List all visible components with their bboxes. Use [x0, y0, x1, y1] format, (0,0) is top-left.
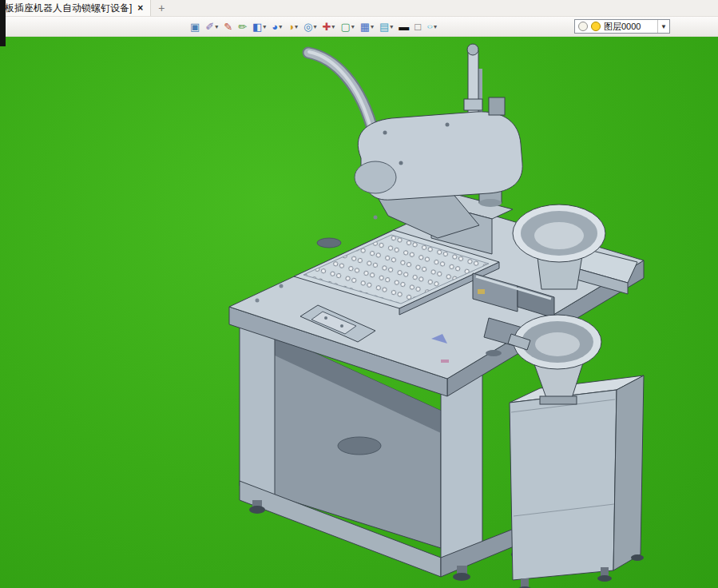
- paint-sphere-button[interactable]: ◕▾: [270, 18, 284, 34]
- eyedropper-button[interactable]: ✐▾: [204, 18, 220, 34]
- brush-button[interactable]: ✏: [236, 18, 248, 34]
- line-width-icon: ▬: [399, 22, 409, 32]
- tab-bar: 板插座机器人自动锁螺钉设备] × +: [0, 0, 718, 17]
- color-wheel-dropdown-caret-icon[interactable]: ▾: [295, 23, 298, 30]
- color-wheel-icon: ◑: [288, 22, 294, 32]
- color-swatch-button[interactable]: □: [413, 18, 422, 34]
- layer-active-bulb-icon[interactable]: [591, 22, 601, 31]
- ellipse-style-icon: ○: [426, 23, 433, 30]
- document-tab[interactable]: 板插座机器人自动锁螺钉设备] ×: [0, 0, 151, 16]
- pen-icon: ✎: [224, 22, 232, 32]
- layer-visibility-bulb-icon[interactable]: [578, 22, 588, 31]
- locate-icon: ✚: [322, 22, 331, 32]
- frame-select-icon: ▢: [340, 22, 350, 32]
- axis-grid-icon: ▦: [360, 22, 370, 32]
- 3d-model-scara-screw-machine[interactable]: [0, 37, 718, 588]
- view-window-icon: ▣: [190, 22, 200, 32]
- frame-select-button[interactable]: ▢▾: [339, 18, 355, 34]
- frame-select-dropdown-caret-icon[interactable]: ▾: [351, 23, 355, 30]
- 3d-viewport[interactable]: [0, 37, 718, 588]
- ellipse-style-button[interactable]: ○▾: [425, 18, 438, 34]
- axis-grid-dropdown-caret-icon[interactable]: ▾: [371, 23, 374, 30]
- brush-icon: ✏: [238, 22, 247, 32]
- line-width-button[interactable]: ▬: [397, 18, 411, 34]
- robot-cable[interactable]: [308, 52, 374, 134]
- solid-cube-button[interactable]: ◧▾: [251, 18, 268, 34]
- layer-dropdown-caret-icon[interactable]: ▼: [657, 20, 669, 33]
- color-wheel-button[interactable]: ◑▾: [286, 18, 299, 34]
- axis-grid-button[interactable]: ▦▾: [359, 18, 375, 34]
- app-window: 板插座机器人自动锁螺钉设备] × + ▣✐▾✎✏◧▾◕▾◑▾◎▾✚▾▢▾▦▾▤▾…: [0, 0, 718, 588]
- solid-cube-icon: ◧: [252, 22, 262, 32]
- display-mode-icon: ▤: [379, 22, 389, 32]
- ellipse-style-dropdown-caret-icon[interactable]: ▾: [434, 23, 437, 30]
- stand-cabinet[interactable]: [510, 375, 644, 588]
- locate-dropdown-caret-icon[interactable]: ▾: [331, 23, 335, 30]
- tab-close-icon[interactable]: ×: [137, 3, 143, 13]
- zoom-button[interactable]: ◎▾: [302, 18, 318, 34]
- paint-sphere-icon: ◕: [272, 22, 278, 32]
- display-mode-button[interactable]: ▤▾: [378, 18, 395, 34]
- left-edge-panel: [0, 0, 6, 46]
- toolbar-buttons: ▣✐▾✎✏◧▾◕▾◑▾◎▾✚▾▢▾▦▾▤▾▬□○▾: [188, 18, 438, 34]
- solid-cube-dropdown-caret-icon[interactable]: ▾: [263, 23, 266, 30]
- eyedropper-icon: ✐: [205, 22, 214, 32]
- pen-button[interactable]: ✎: [222, 18, 234, 34]
- layer-combobox[interactable]: 图层0000 ▼: [574, 19, 670, 34]
- display-mode-dropdown-caret-icon[interactable]: ▾: [390, 23, 393, 30]
- color-swatch-icon: □: [415, 22, 421, 32]
- layer-name-value: 图层0000: [604, 21, 654, 33]
- locate-button[interactable]: ✚▾: [320, 18, 336, 34]
- view-window-button[interactable]: ▣: [188, 18, 201, 34]
- zoom-dropdown-caret-icon[interactable]: ▾: [313, 23, 316, 30]
- document-tab-title: 板插座机器人自动锁螺钉设备]: [5, 2, 132, 15]
- new-tab-button[interactable]: +: [151, 0, 172, 16]
- toolbar: ▣✐▾✎✏◧▾◕▾◑▾◎▾✚▾▢▾▦▾▤▾▬□○▾ 图层0000 ▼: [0, 17, 718, 37]
- eyedropper-dropdown-caret-icon[interactable]: ▾: [215, 23, 218, 30]
- paint-sphere-dropdown-caret-icon[interactable]: ▾: [279, 23, 282, 30]
- zoom-icon: ◎: [303, 22, 312, 32]
